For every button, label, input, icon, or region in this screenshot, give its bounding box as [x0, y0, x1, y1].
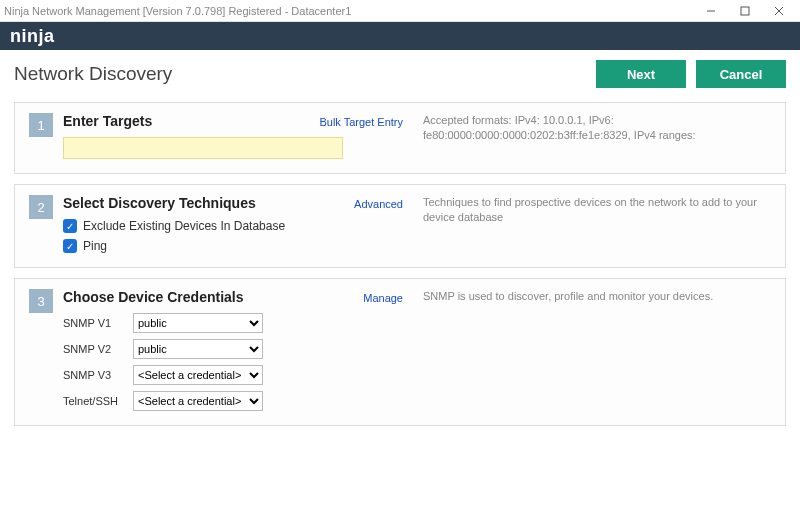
step-number-1: 1 — [29, 113, 53, 137]
check-icon: ✓ — [63, 239, 77, 253]
step-number-2: 2 — [29, 195, 53, 219]
bulk-target-entry-link[interactable]: Bulk Target Entry — [319, 116, 403, 128]
step1-help: Accepted formats: IPv4: 10.0.0.1, IPv6: … — [403, 113, 771, 144]
step2-title: Select Discovery Techniques — [63, 195, 354, 211]
exclude-existing-label: Exclude Existing Devices In Database — [83, 219, 285, 233]
window-title: Ninja Network Management [Version 7.0.79… — [4, 5, 694, 17]
maximize-button[interactable] — [728, 0, 762, 22]
page-title: Network Discovery — [14, 63, 586, 85]
cancel-button[interactable]: Cancel — [696, 60, 786, 88]
snmpv1-select[interactable]: public — [133, 313, 263, 333]
snmpv3-select[interactable]: <Select a credential> — [133, 365, 263, 385]
close-button[interactable] — [762, 0, 796, 22]
ping-label: Ping — [83, 239, 107, 253]
step-number-3: 3 — [29, 289, 53, 313]
snmpv2-select[interactable]: public — [133, 339, 263, 359]
snmpv1-label: SNMP V1 — [63, 317, 133, 329]
content-area: 1 Enter Targets Bulk Target Entry Accept… — [0, 94, 800, 526]
snmpv3-label: SNMP V3 — [63, 369, 133, 381]
check-icon: ✓ — [63, 219, 77, 233]
snmpv2-label: SNMP V2 — [63, 343, 133, 355]
advanced-link[interactable]: Advanced — [354, 198, 403, 210]
targets-input[interactable] — [63, 137, 343, 159]
step2-help: Techniques to find prospective devices o… — [403, 195, 771, 226]
exclude-existing-checkbox[interactable]: ✓ Exclude Existing Devices In Database — [63, 219, 403, 233]
telnet-ssh-select[interactable]: <Select a credential> — [133, 391, 263, 411]
logo: ninja — [10, 26, 55, 47]
brand-bar: ninja — [0, 22, 800, 50]
step3-help: SNMP is used to discover, profile and mo… — [403, 289, 771, 304]
minimize-button[interactable] — [694, 0, 728, 22]
section-discovery-techniques: 2 Select Discovery Techniques Advanced ✓… — [14, 184, 786, 268]
step1-title: Enter Targets — [63, 113, 319, 129]
step3-title: Choose Device Credentials — [63, 289, 363, 305]
page-header: Network Discovery Next Cancel — [0, 50, 800, 94]
window-titlebar: Ninja Network Management [Version 7.0.79… — [0, 0, 800, 22]
next-button[interactable]: Next — [596, 60, 686, 88]
section-enter-targets: 1 Enter Targets Bulk Target Entry Accept… — [14, 102, 786, 174]
manage-link[interactable]: Manage — [363, 292, 403, 304]
section-device-credentials: 3 Choose Device Credentials Manage SNMP … — [14, 278, 786, 426]
svg-rect-1 — [741, 7, 749, 15]
telnet-ssh-label: Telnet/SSH — [63, 395, 133, 407]
ping-checkbox[interactable]: ✓ Ping — [63, 239, 403, 253]
